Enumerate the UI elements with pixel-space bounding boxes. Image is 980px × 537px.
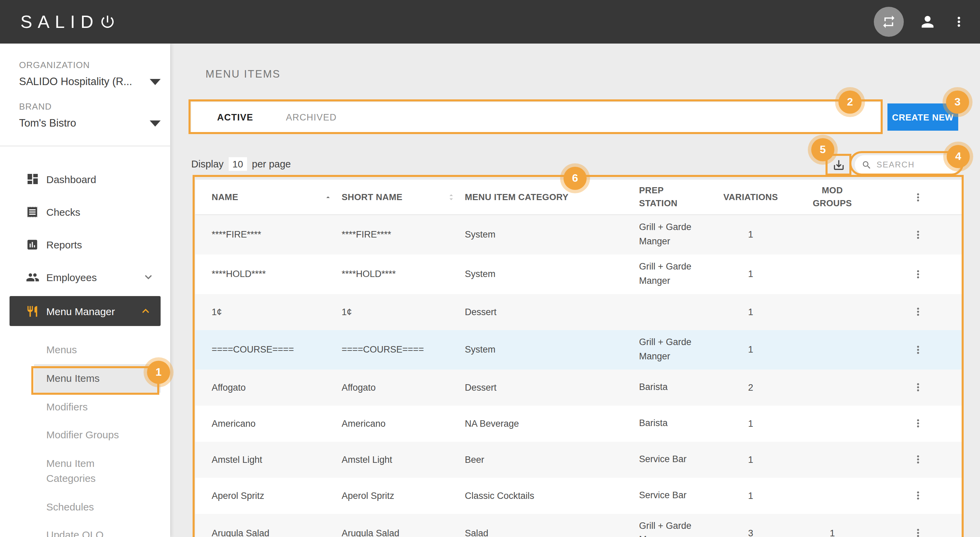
cell-short-name: Arugula Salad <box>342 528 465 537</box>
table-header-kebab-icon[interactable] <box>912 191 924 203</box>
table-row[interactable]: Aperol Spritz Aperol Spritz Classic Cock… <box>195 478 962 513</box>
download-icon <box>832 158 845 171</box>
account-button[interactable] <box>919 13 937 30</box>
table-row[interactable]: 1¢ 1¢ Dessert 1 <box>195 294 962 330</box>
app-window: SALID ORGANI <box>0 0 980 537</box>
sidebar-item-label: Reports <box>46 239 82 250</box>
cell-variations: 1 <box>748 454 753 465</box>
cell-prep-station <box>625 306 706 317</box>
sync-button[interactable] <box>874 7 904 37</box>
table-row[interactable]: ====COURSE==== ====COURSE==== System Gri… <box>195 330 962 369</box>
chevron-down-icon <box>142 270 155 284</box>
menu-manager-submenu: Menus Menu Items Modifiers Modifier Grou… <box>0 336 170 537</box>
dropdown-arrow-icon <box>150 120 161 126</box>
cell-category: NA Beverage <box>465 418 625 429</box>
cell-category: System <box>465 269 625 279</box>
submenu-item-modifier-groups[interactable]: Modifier Groups <box>0 421 170 449</box>
row-kebab-icon[interactable] <box>907 523 928 537</box>
table-row[interactable]: Amstel Light Amstel Light Beer Service B… <box>195 441 962 478</box>
table-row[interactable]: Arugula Salad Arugula Salad Salad Grill … <box>195 513 962 537</box>
organization-select[interactable]: SALIDO Hospitality (R... <box>19 76 161 88</box>
cell-prep-station: Grill + Garde Manger <box>625 215 706 255</box>
cell-variations: 1 <box>748 344 753 355</box>
cell-variations: 1 <box>748 490 753 500</box>
row-kebab-icon[interactable] <box>907 413 928 433</box>
utensils-icon <box>26 304 40 318</box>
cell-name: Aperol Spritz <box>195 490 342 500</box>
sidebar-item-label: Dashboard <box>46 173 96 185</box>
brand-select[interactable]: Tom's Bistro <box>19 117 161 129</box>
submenu-item-menu-items[interactable]: Menu Items <box>34 364 161 393</box>
submenu-item-update-olo-menus[interactable]: Update OLO Menus <box>0 521 170 537</box>
person-icon <box>919 13 937 30</box>
row-kebab-icon[interactable] <box>907 449 928 470</box>
overflow-menu-button[interactable] <box>951 14 966 29</box>
column-header-variations[interactable]: VARIATIONS <box>724 192 778 202</box>
cell-category: Beer <box>465 454 625 465</box>
cell-short-name: Americano <box>342 418 465 429</box>
submenu-item-schedules[interactable]: Schedules <box>0 492 170 521</box>
column-header-category[interactable]: MENU ITEM CATEGORY <box>465 192 625 202</box>
sidebar-item-reports[interactable]: Reports <box>0 228 170 261</box>
cell-category: Dessert <box>465 307 625 317</box>
row-kebab-icon[interactable] <box>907 485 928 506</box>
search-input[interactable] <box>877 160 951 169</box>
bar-chart-icon <box>26 237 40 251</box>
row-kebab-icon[interactable] <box>907 339 928 360</box>
sidebar-item-label: Employees <box>46 271 97 283</box>
brand-value: Tom's Bistro <box>19 117 76 129</box>
create-new-button[interactable]: CREATE NEW <box>888 104 958 131</box>
row-kebab-icon[interactable] <box>907 225 928 245</box>
download-button[interactable] <box>828 155 849 174</box>
display-prefix: Display <box>191 159 224 169</box>
row-kebab-icon[interactable] <box>907 301 928 322</box>
topbar-actions <box>874 7 966 37</box>
table-row[interactable]: Americano Americano NA Beverage Barista … <box>195 405 962 441</box>
tab-active[interactable]: ACTIVE <box>201 102 269 132</box>
table-row[interactable]: ****HOLD**** ****HOLD**** System Grill +… <box>195 255 962 294</box>
cell-variations: 1 <box>748 307 753 317</box>
table-row[interactable]: ****FIRE**** ****FIRE**** System Grill +… <box>195 215 962 255</box>
sidebar-item-label: Checks <box>46 206 80 217</box>
repeat-icon <box>881 14 896 29</box>
column-header-mod-groups[interactable]: MOD GROUPS <box>811 184 853 210</box>
submenu-item-menus[interactable]: Menus <box>0 336 170 364</box>
tab-bar: ACTIVE ARCHIVED <box>191 102 881 132</box>
column-header-name[interactable]: NAME <box>195 192 342 202</box>
submenu-item-modifiers[interactable]: Modifiers <box>0 392 170 421</box>
cell-variations: 1 <box>748 269 753 279</box>
row-kebab-icon[interactable] <box>907 377 928 397</box>
row-kebab-icon[interactable] <box>907 264 928 285</box>
page-title: MENU ITEMS <box>205 68 281 80</box>
cell-prep-station: Barista <box>625 411 706 436</box>
sidebar-item-dashboard[interactable]: Dashboard <box>0 163 170 195</box>
context-selectors: ORGANIZATION SALIDO Hospitality (R... BR… <box>0 43 170 129</box>
table-row[interactable]: Affogato Affogato Dessert Barista 2 <box>195 369 962 405</box>
cell-short-name: 1¢ <box>342 307 465 317</box>
sidebar-item-label: Menu Manager <box>46 305 115 317</box>
page-size-input[interactable]: 10 <box>228 157 247 171</box>
sidebar: ORGANIZATION SALIDO Hospitality (R... BR… <box>0 43 170 537</box>
people-icon <box>26 270 40 284</box>
pagination-size-control: Display 10 per page <box>191 157 291 171</box>
brand-label: BRAND <box>19 101 170 112</box>
search-box <box>855 155 959 174</box>
cell-variations: 2 <box>748 382 753 392</box>
sidebar-item-menu-manager[interactable]: Menu Manager <box>10 296 161 326</box>
tab-archived[interactable]: ARCHIVED <box>269 102 353 132</box>
column-header-prep-station[interactable]: PREP STATION <box>625 184 693 210</box>
cell-name: 1¢ <box>195 307 342 317</box>
salido-logo: SALID <box>21 11 116 32</box>
submenu-item-menu-item-categories[interactable]: Menu Item Categories <box>0 449 170 492</box>
cell-prep-station: Service Bar <box>625 483 706 508</box>
sidebar-item-checks[interactable]: Checks <box>0 195 170 228</box>
cell-name: Arugula Salad <box>195 528 342 537</box>
cell-prep-station: Barista <box>625 374 706 400</box>
sidebar-item-employees[interactable]: Employees <box>0 261 170 293</box>
cell-prep-station: Service Bar <box>625 447 706 472</box>
sort-asc-icon <box>324 193 332 201</box>
cell-short-name: Affogato <box>342 382 465 392</box>
column-header-short-name[interactable]: SHORT NAME <box>342 192 465 202</box>
display-suffix: per page <box>252 159 291 169</box>
logo-text: SALID <box>21 11 99 32</box>
